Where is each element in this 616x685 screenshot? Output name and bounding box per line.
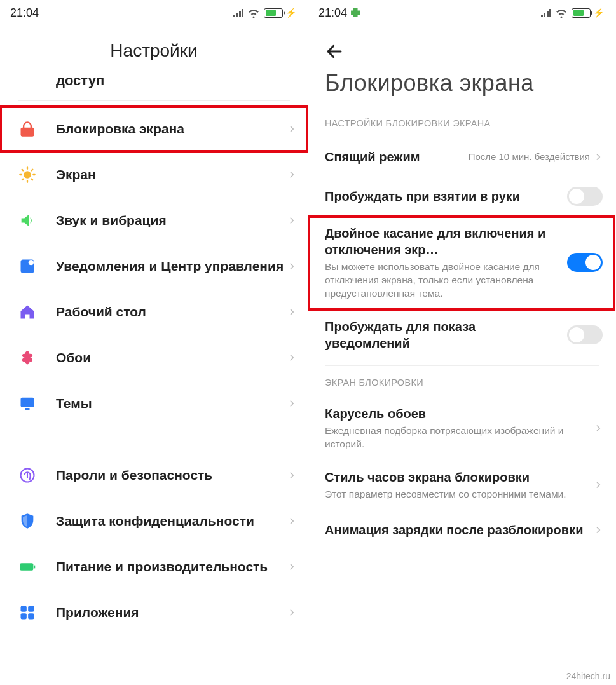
settings-row-battery-setting[interactable]: Питание и производительность <box>0 544 308 590</box>
battery-icon <box>572 8 591 18</box>
back-arrow-icon <box>325 42 615 61</box>
divider <box>18 437 290 437</box>
chevron-right-icon <box>594 478 603 492</box>
chevron-right-icon <box>287 397 296 410</box>
svg-rect-7 <box>34 566 35 569</box>
settings-row-sun[interactable]: Экран <box>0 152 308 198</box>
option-title: Пробуждать при взятии в руки <box>325 188 561 205</box>
chevron-right-icon <box>594 523 603 537</box>
toggle-switch[interactable] <box>567 187 603 206</box>
option-row[interactable]: Спящий режимПосле 10 мин. бездействия <box>308 137 615 177</box>
lock-options-list: Спящий режимПосле 10 мин. бездействияПро… <box>308 137 615 360</box>
settings-row-fingerprint[interactable]: Пароли и безопасность <box>0 452 308 498</box>
settings-list: Блокировка экранаЭкранЗвук и вибрацияУве… <box>0 101 308 426</box>
settings-row-label: Защита конфиденциальности <box>56 513 287 529</box>
settings-row-label: Обои <box>56 349 287 366</box>
bolt-icon: ⚡ <box>593 8 604 18</box>
speaker-icon <box>18 211 37 230</box>
settings-row-label: Экран <box>56 166 287 183</box>
settings-row-lock[interactable]: Блокировка экрана <box>0 106 308 152</box>
page-title: Настройки <box>0 25 308 72</box>
settings-row-label: Приложения <box>56 604 287 621</box>
settings-row-speaker[interactable]: Звук и вибрация <box>0 198 308 243</box>
svg-rect-4 <box>25 408 30 410</box>
option-row[interactable]: Двойное касание для включения и отключен… <box>308 216 615 309</box>
settings-row-label: Блокировка экрана <box>56 121 287 137</box>
option-subtitle: Вы можете использовать двойное касание д… <box>325 261 561 301</box>
status-time: 21:04 <box>10 6 39 20</box>
apps-icon <box>18 603 37 622</box>
settings-row-themes[interactable]: Темы <box>0 381 308 426</box>
themes-icon <box>18 394 37 413</box>
toggle-switch[interactable] <box>567 325 603 344</box>
chevron-right-icon <box>287 214 296 227</box>
settings-row-apps[interactable]: Приложения <box>0 590 308 635</box>
option-row[interactable]: Анимация зарядки после разблокировки <box>308 510 615 550</box>
battery-setting-icon <box>18 557 37 576</box>
flower-icon <box>18 348 37 367</box>
option-title: Двойное касание для включения и отключен… <box>325 225 561 258</box>
option-title: Анимация зарядки после разблокировки <box>325 522 587 538</box>
section-header: ЭКРАН БЛОКИРОВКИ <box>308 371 615 397</box>
svg-rect-3 <box>21 398 34 407</box>
option-title: Карусель обоев <box>325 405 587 422</box>
chevron-right-icon <box>287 468 296 482</box>
toggle-switch[interactable] <box>567 253 603 272</box>
phone-right: 21:04 ⚡ Блокировка экрана НАСТРОЙКИ БЛОК… <box>308 0 615 685</box>
chevron-right-icon <box>287 560 296 574</box>
option-row[interactable]: Карусель обоевЕжедневная подборка потряс… <box>308 397 615 460</box>
status-time: 21:04 <box>318 6 347 20</box>
phone-left: 21:04 ⚡ Настройки доступ Блокировка экра… <box>0 0 308 685</box>
option-title: Пробуждать для показа уведомлений <box>325 318 561 351</box>
settings-row-flower[interactable]: Обои <box>0 335 308 381</box>
bolt-icon: ⚡ <box>285 8 296 18</box>
svg-rect-11 <box>28 613 34 619</box>
settings-list-2: Пароли и безопасностьЗащита конфиденциал… <box>0 447 308 635</box>
chevron-right-icon <box>287 168 296 182</box>
svg-rect-9 <box>28 606 34 612</box>
settings-row-label: Питание и производительность <box>56 559 287 575</box>
svg-point-0 <box>24 171 31 179</box>
section-header: НАСТРОЙКИ БЛОКИРОВКИ ЭКРАНА <box>308 112 615 137</box>
settings-row-home[interactable]: Рабочий стол <box>0 289 308 335</box>
shield-icon <box>18 512 37 531</box>
option-subtitle: Ежедневная подборка потрясающих изображе… <box>325 424 587 451</box>
settings-row-notifications[interactable]: Уведомления и Центр управления <box>0 243 308 289</box>
chevron-right-icon <box>287 514 296 528</box>
watermark: 24hitech.ru <box>566 671 610 681</box>
chevron-right-icon <box>287 122 296 136</box>
wifi-icon <box>247 6 260 19</box>
notifications-icon <box>18 257 37 276</box>
option-row[interactable]: Стиль часов экрана блокировкиЭтот параме… <box>308 460 615 510</box>
settings-row-label: Уведомления и Центр управления <box>56 258 287 275</box>
option-title: Стиль часов экрана блокировки <box>325 469 587 485</box>
svg-rect-6 <box>20 563 33 571</box>
signal-icon <box>233 8 244 17</box>
status-bar: 21:04 ⚡ <box>0 0 308 25</box>
chevron-right-icon <box>287 351 296 365</box>
option-row[interactable]: Пробуждать для показа уведомлений <box>308 309 615 360</box>
puzzle-icon <box>351 8 360 17</box>
svg-rect-10 <box>21 613 27 619</box>
home-icon <box>18 302 37 322</box>
svg-point-2 <box>29 260 34 265</box>
option-value: После 10 мин. бездействия <box>469 151 590 163</box>
settings-row-label: Пароли и безопасность <box>56 467 287 484</box>
option-row[interactable]: Пробуждать при взятии в руки <box>308 177 615 216</box>
settings-row-label: Темы <box>56 395 287 412</box>
chevron-right-icon <box>287 606 296 620</box>
sun-icon <box>18 165 37 184</box>
svg-rect-8 <box>21 606 27 612</box>
back-button[interactable] <box>308 25 615 64</box>
status-bar: 21:04 ⚡ <box>308 0 615 25</box>
settings-row-shield[interactable]: Защита конфиденциальности <box>0 498 308 544</box>
fingerprint-icon <box>18 466 37 485</box>
page-title: Блокировка экрана <box>308 64 615 112</box>
divider <box>325 365 599 366</box>
wifi-icon <box>555 6 568 19</box>
option-title: Спящий режим <box>325 149 462 165</box>
chevron-right-icon <box>287 305 296 319</box>
signal-icon <box>541 8 552 17</box>
battery-icon <box>264 8 283 18</box>
prev-row-fragment[interactable]: доступ <box>0 72 308 100</box>
